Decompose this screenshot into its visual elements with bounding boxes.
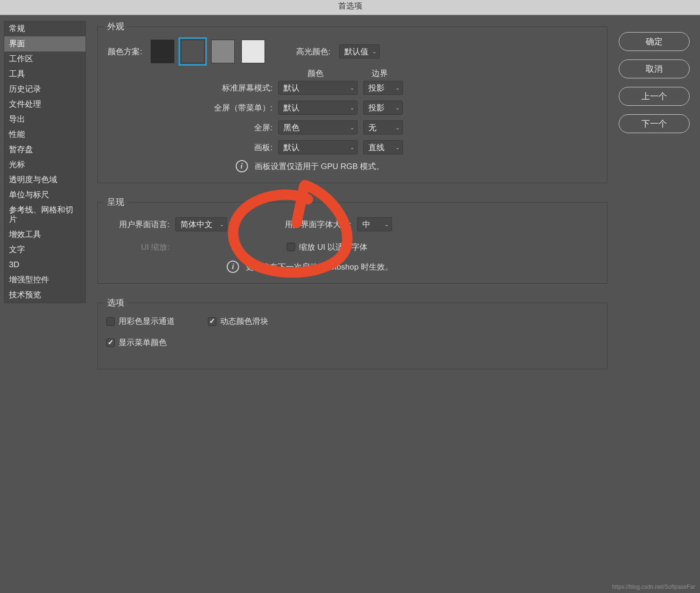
ui-font-size-dropdown[interactable]: 中 ⌄: [357, 217, 392, 231]
menu-colors-label: 显示菜单颜色: [119, 337, 167, 348]
sidebar-item[interactable]: 透明度与色域: [4, 172, 85, 187]
color-column-header: 颜色: [273, 68, 358, 79]
ui-scale-label: UI 缩放:: [103, 242, 170, 253]
mode-border-dropdown[interactable]: 无⌄: [363, 120, 403, 135]
ok-button[interactable]: 确定: [619, 32, 690, 51]
chevron-down-icon: ⌄: [395, 144, 400, 151]
ui-language-dropdown[interactable]: 简体中文 ⌄: [175, 217, 227, 231]
dropdown-value: 投影: [368, 102, 384, 113]
sidebar-item[interactable]: 界面: [4, 36, 85, 51]
sidebar-item[interactable]: 文字: [4, 242, 85, 257]
mode-border-dropdown[interactable]: 投影⌄: [363, 101, 403, 115]
content-area: 外观 颜色方案: 高光颜色: 默认值 ⌄ 颜色 边界 标准屏幕模式:默认⌄投影⌄…: [88, 15, 615, 593]
checkbox-box: [106, 317, 115, 326]
color-channels-label: 用彩色显示通道: [119, 316, 175, 327]
checkbox-box: [208, 317, 216, 326]
color-swatch[interactable]: [181, 40, 205, 63]
screen-mode-row: 全屏:黑色⌄无⌄: [103, 120, 601, 135]
action-buttons: 确定 取消 上一个 下一个: [615, 15, 700, 593]
mode-color-dropdown[interactable]: 黑色⌄: [278, 120, 358, 135]
sidebar-item[interactable]: 文件处理: [4, 97, 85, 112]
scale-ui-checkbox[interactable]: 缩放 UI 以适合字体: [287, 242, 367, 253]
sidebar-item[interactable]: 增强型控件: [4, 272, 85, 288]
ui-language-label: 用户界面语言:: [103, 219, 170, 230]
sidebar-item[interactable]: 增效工具: [4, 227, 85, 242]
sidebar-item[interactable]: 暂存盘: [4, 142, 85, 157]
sidebar-item[interactable]: 工具: [4, 67, 85, 82]
sidebar-item[interactable]: 性能: [4, 127, 85, 142]
info-icon: i: [227, 261, 239, 273]
dropdown-value: 黑色: [283, 122, 299, 133]
presentation-legend: 呈现: [103, 196, 128, 208]
mode-label: 全屏:: [103, 122, 273, 133]
highlight-color-value: 默认值: [344, 46, 368, 57]
cancel-button[interactable]: 取消: [619, 59, 690, 78]
options-legend: 选项: [103, 297, 128, 308]
chevron-down-icon: ⌄: [372, 49, 376, 55]
appearance-group: 外观 颜色方案: 高光颜色: 默认值 ⌄ 颜色 边界 标准屏幕模式:默认⌄投影⌄…: [97, 21, 607, 183]
dynamic-sliders-checkbox[interactable]: 动态颜色滑块: [208, 316, 268, 327]
chevron-down-icon: ⌄: [350, 105, 354, 111]
sidebar-item[interactable]: 常规: [4, 21, 85, 36]
color-swatch[interactable]: [241, 40, 265, 63]
info-icon: i: [236, 160, 248, 172]
mode-label: 标准屏幕模式:: [103, 83, 273, 93]
ui-language-value: 简体中文: [180, 219, 213, 230]
presentation-group: 呈现 用户界面语言: 简体中文 ⌄ 用户界面字体大小: 中 ⌄ UI 缩放: ⌄: [97, 196, 607, 284]
menu-colors-checkbox[interactable]: 显示菜单颜色: [106, 337, 167, 348]
watermark-text: https://blog.csdn.net/SoftpaseFar: [612, 584, 695, 590]
mode-label: 全屏（带菜单）:: [103, 102, 273, 113]
color-scheme-swatches: [151, 40, 265, 63]
chevron-down-icon: ⌄: [350, 125, 354, 131]
checkbox-box: [106, 339, 115, 347]
color-swatch[interactable]: [211, 40, 235, 63]
options-group: 选项 用彩色显示通道 动态颜色滑块 显示菜单颜色: [97, 297, 607, 369]
screen-mode-row: 全屏（带菜单）:默认⌄投影⌄: [103, 101, 601, 115]
color-scheme-label: 颜色方案:: [103, 46, 142, 57]
dropdown-value: 默认: [283, 83, 299, 93]
sidebar: 常规界面工作区工具历史记录文件处理导出性能暂存盘光标透明度与色域单位与标尺参考线…: [0, 15, 88, 593]
mode-color-dropdown[interactable]: 默认⌄: [278, 101, 358, 115]
mode-border-dropdown[interactable]: 投影⌄: [363, 81, 403, 95]
appearance-legend: 外观: [103, 21, 128, 32]
chevron-down-icon: ⌄: [395, 125, 400, 131]
chevron-down-icon: ⌄: [395, 105, 400, 111]
sidebar-item[interactable]: 参考线、网格和切片: [4, 203, 85, 227]
border-column-header: 边界: [358, 68, 402, 79]
screen-mode-row: 画板:默认⌄直线⌄: [103, 140, 601, 154]
dropdown-value: 投影: [368, 83, 384, 93]
dynamic-sliders-label: 动态颜色滑块: [220, 316, 268, 327]
scale-ui-label: 缩放 UI 以适合字体: [299, 242, 367, 253]
dropdown-value: 默认: [283, 142, 299, 153]
sidebar-item[interactable]: 技术预览: [4, 288, 85, 303]
highlight-color-dropdown[interactable]: 默认值 ⌄: [339, 44, 380, 59]
chevron-down-icon: ⌄: [350, 85, 354, 91]
color-swatch[interactable]: [151, 40, 174, 63]
next-button[interactable]: 下一个: [619, 114, 690, 133]
mode-color-dropdown[interactable]: 默认⌄: [278, 81, 358, 95]
chevron-down-icon: ⌄: [220, 221, 224, 228]
sidebar-item[interactable]: 历史记录: [4, 82, 85, 97]
prev-button[interactable]: 上一个: [619, 87, 690, 106]
mode-color-dropdown[interactable]: 默认⌄: [278, 140, 358, 154]
appearance-note: 画板设置仅适用于 GPU RGB 模式。: [255, 161, 384, 172]
dropdown-value: 默认: [283, 102, 299, 113]
color-channels-checkbox[interactable]: 用彩色显示通道: [106, 316, 175, 327]
sidebar-item[interactable]: 工作区: [4, 51, 85, 67]
ui-font-size-label: 用户界面字体大小:: [285, 219, 351, 230]
chevron-down-icon: ⌄: [395, 85, 400, 91]
chevron-down-icon: ⌄: [384, 221, 389, 228]
dropdown-value: 无: [368, 122, 376, 133]
sidebar-item[interactable]: 单位与标尺: [4, 187, 85, 203]
sidebar-item[interactable]: 导出: [4, 112, 85, 127]
mode-label: 画板:: [103, 142, 273, 153]
mode-border-dropdown[interactable]: 直线⌄: [363, 140, 403, 154]
dialog-title: 首选项: [0, 0, 700, 15]
screen-mode-row: 标准屏幕模式:默认⌄投影⌄: [103, 81, 601, 95]
presentation-note: 更改将在下一次启动 Photoshop 时生效。: [246, 262, 393, 272]
ui-font-size-value: 中: [362, 219, 370, 230]
highlight-color-label: 高光颜色:: [296, 46, 331, 57]
dropdown-value: 直线: [368, 142, 384, 153]
checkbox-box: [287, 243, 295, 251]
chevron-down-icon: ⌄: [350, 144, 354, 151]
